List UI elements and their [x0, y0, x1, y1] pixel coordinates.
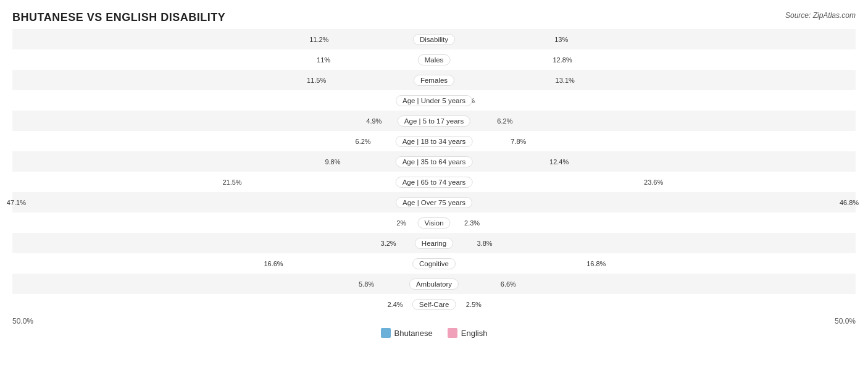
- bar-label: Age | Under 5 years: [396, 95, 472, 106]
- bar-row: 4.9%6.2%Age | 5 to 17 years: [12, 111, 856, 131]
- legend-english-label: English: [461, 329, 488, 338]
- bar-label: Age | 35 to 64 years: [396, 156, 473, 167]
- bar-label: Age | Over 75 years: [396, 197, 472, 208]
- bar-label: Vision: [417, 217, 450, 229]
- source-label: Source: ZipAtlas.com: [785, 11, 856, 20]
- bar-label: Cognitive: [412, 258, 456, 269]
- bar-val-right: 7.8%: [508, 138, 526, 145]
- legend-bhutanese-label: Bhutanese: [394, 329, 433, 338]
- bar-val-left: 3.2%: [381, 240, 399, 247]
- bar-val-right: 3.8%: [475, 240, 493, 247]
- bar-row: 21.5%23.6%Age | 65 to 74 years: [12, 172, 856, 192]
- bar-val-right: 46.8%: [837, 199, 859, 206]
- bar-val-left: 2.4%: [387, 301, 405, 308]
- axis-left: 50.0%: [12, 317, 33, 326]
- axis-labels: 50.0% 50.0%: [12, 317, 856, 326]
- axis-right: 50.0%: [835, 317, 856, 326]
- bar-val-right: 13%: [552, 36, 568, 43]
- chart-title: BHUTANESE VS ENGLISH DISABILITY: [12, 11, 856, 24]
- bar-val-right: 6.2%: [495, 117, 512, 125]
- bar-val-right: 16.8%: [584, 260, 606, 267]
- bar-label: Age | 18 to 34 years: [396, 136, 473, 147]
- bar-val-right: 12.8%: [551, 56, 572, 64]
- legend: Bhutanese English: [12, 328, 856, 338]
- bar-row: 16.6%16.8%Cognitive: [12, 253, 856, 274]
- bar-val-left: 11.5%: [307, 77, 328, 84]
- legend-english: English: [448, 328, 488, 338]
- bar-val-right: 12.4%: [547, 158, 569, 166]
- bar-row: 5.8%6.6%Ambulatory: [12, 274, 856, 294]
- bar-val-left: 5.8%: [359, 280, 377, 288]
- bar-row: 1.2%1.7%Age | Under 5 years: [12, 90, 856, 111]
- bar-val-right: 6.6%: [498, 280, 516, 288]
- bar-val-left: 21.5%: [222, 178, 244, 186]
- chart-container: BHUTANESE VS ENGLISH DISABILITY Source: …: [0, 0, 868, 378]
- bar-label: Self-Care: [412, 299, 456, 310]
- legend-bhutanese-box: [381, 328, 391, 338]
- bar-val-left: 11.2%: [309, 36, 331, 43]
- bars-area: 11.2%13%Disability11%12.8%Males11.5%13.1…: [12, 29, 856, 314]
- bar-val-left: 11%: [317, 56, 333, 64]
- bar-val-left: 4.9%: [366, 117, 384, 125]
- bar-row: 11.2%13%Disability: [12, 29, 856, 49]
- bar-val-left: 9.8%: [325, 158, 343, 166]
- bar-val-left: 47.1%: [7, 199, 28, 206]
- bar-val-right: 2.3%: [462, 219, 480, 227]
- bar-label: Hearing: [415, 238, 453, 249]
- bar-val-left: 2%: [396, 219, 409, 227]
- bar-val-right: 2.5%: [464, 301, 482, 308]
- bar-val-right: 23.6%: [641, 178, 663, 186]
- bar-label: Females: [414, 75, 454, 86]
- bar-row: 11%12.8%Males: [12, 49, 856, 70]
- bar-row: 47.1%46.8%Age | Over 75 years: [12, 192, 856, 212]
- bar-row: 6.2%7.8%Age | 18 to 34 years: [12, 131, 856, 151]
- bar-val-right: 13.1%: [553, 77, 575, 84]
- bar-val-left: 6.2%: [356, 138, 373, 145]
- bar-label: Age | 5 to 17 years: [398, 116, 470, 127]
- bar-row: 3.2%3.8%Hearing: [12, 233, 856, 253]
- bar-label: Disability: [413, 34, 455, 45]
- bar-label: Age | 65 to 74 years: [396, 177, 473, 188]
- legend-bhutanese: Bhutanese: [381, 328, 433, 338]
- bar-row: 2.4%2.5%Self-Care: [12, 294, 856, 314]
- bar-row: 2%2.3%Vision: [12, 212, 856, 233]
- bar-label: Males: [418, 54, 451, 65]
- bar-row: 11.5%13.1%Females: [12, 70, 856, 90]
- legend-english-box: [448, 328, 457, 338]
- bar-row: 9.8%12.4%Age | 35 to 64 years: [12, 151, 856, 172]
- bar-val-left: 16.6%: [264, 260, 285, 267]
- bar-label: Ambulatory: [409, 279, 459, 290]
